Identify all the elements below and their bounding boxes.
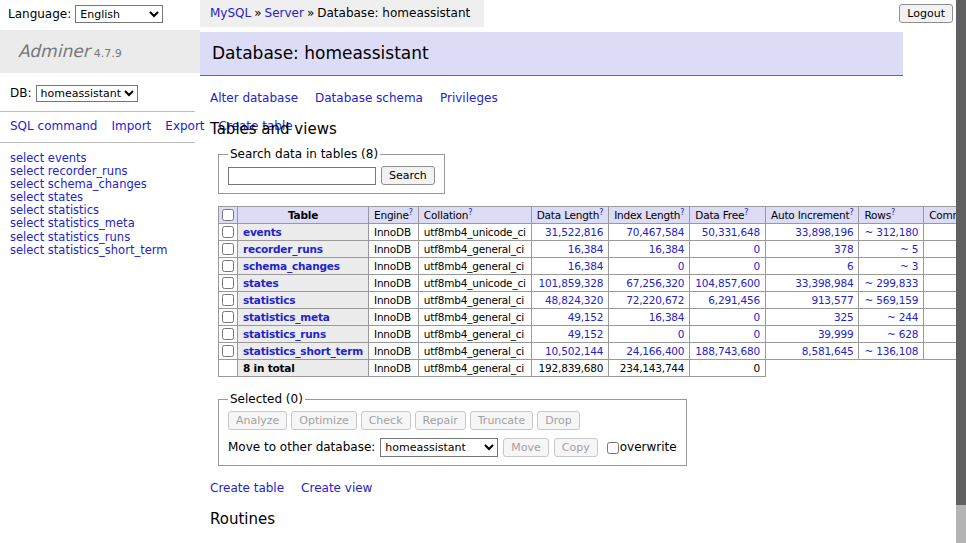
sidebar-table-statistics-runs[interactable]: statistics_runs [48, 230, 130, 244]
help-link-auto-increment[interactable]: ? [849, 208, 853, 217]
sidebar-select-states[interactable]: select [10, 190, 44, 204]
sidebar-link-export[interactable]: Export [165, 119, 204, 133]
link-rows-states[interactable]: ~ 299,833 [864, 277, 918, 289]
breadcrumb-link-mysql[interactable]: MySQL [210, 6, 251, 20]
sidebar-table-statistics-short-term[interactable]: statistics_short_term [48, 243, 168, 257]
sidebar-select-recorder-runs[interactable]: select [10, 164, 44, 178]
link-rows-statistics-meta[interactable]: ~ 244 [887, 311, 918, 323]
link-data-free-statistics-runs[interactable]: 0 [753, 328, 759, 340]
optimize-button[interactable]: Optimize [291, 411, 356, 430]
help-link-rows[interactable]: ? [891, 208, 895, 217]
link-index-length-statistics-runs[interactable]: 0 [678, 328, 684, 340]
sidebar-table-recorder-runs[interactable]: recorder_runs [48, 164, 128, 178]
row-checkbox-statistics[interactable] [222, 294, 234, 306]
link-data-length-statistics-short-term[interactable]: 10,502,144 [545, 345, 603, 357]
link-rows-statistics[interactable]: ~ 569,159 [864, 294, 918, 306]
row-checkbox-statistics-meta[interactable] [222, 311, 234, 323]
truncate-button[interactable]: Truncate [470, 411, 533, 430]
sidebar-select-schema-changes[interactable]: select [10, 177, 44, 191]
link-data-free-recorder-runs[interactable]: 0 [753, 243, 759, 255]
link-data-free-events[interactable]: 50,331,648 [702, 226, 760, 238]
scrollbar-thumb[interactable] [956, 0, 966, 505]
link-rows-recorder-runs[interactable]: ~ 5 [900, 243, 918, 255]
link-rows-statistics-runs[interactable]: ~ 628 [887, 328, 918, 340]
link-index-length-statistics[interactable]: 72,220,672 [626, 294, 684, 306]
table-link-states[interactable]: states [243, 277, 279, 289]
scrollbar-track[interactable] [956, 0, 966, 543]
link-alter-database[interactable]: Alter database [210, 91, 298, 105]
link-database-schema[interactable]: Database schema [315, 91, 423, 105]
link-create-table[interactable]: Create table [210, 481, 284, 495]
table-link-schema-changes[interactable]: schema_changes [243, 260, 340, 272]
link-index-length-recorder-runs[interactable]: 16,384 [649, 243, 685, 255]
link-index-length-schema-changes[interactable]: 0 [678, 260, 684, 272]
link-data-free-statistics[interactable]: 6,291,456 [708, 294, 760, 306]
link-auto-increment-statistics-runs[interactable]: 39,999 [818, 328, 854, 340]
link-privileges[interactable]: Privileges [440, 91, 498, 105]
search-input[interactable] [228, 167, 376, 185]
link-auto-increment-recorder-runs[interactable]: 378 [834, 243, 853, 255]
link-rows-events[interactable]: ~ 312,180 [864, 226, 918, 238]
table-link-statistics[interactable]: statistics [243, 294, 295, 306]
repair-button[interactable]: Repair [415, 411, 466, 430]
table-link-events[interactable]: events [243, 226, 282, 238]
app-title-link[interactable]: Adminer [18, 41, 90, 61]
help-link-engine[interactable]: ? [409, 208, 413, 217]
sidebar-select-statistics[interactable]: select [10, 203, 44, 217]
check-button[interactable]: Check [361, 411, 411, 430]
link-data-free-states[interactable]: 104,857,600 [695, 277, 760, 289]
overwrite-label[interactable]: overwrite [620, 440, 677, 454]
link-data-length-states[interactable]: 101,859,328 [539, 277, 604, 289]
sidebar-table-events[interactable]: events [48, 151, 87, 165]
analyze-button[interactable]: Analyze [228, 411, 287, 430]
search-button[interactable]: Search [381, 166, 435, 185]
link-data-free-statistics-short-term[interactable]: 188,743,680 [695, 345, 760, 357]
sidebar-select-statistics-meta[interactable]: select [10, 216, 44, 230]
link-data-length-events[interactable]: 31,522,816 [545, 226, 603, 238]
link-data-free-statistics-meta[interactable]: 0 [753, 311, 759, 323]
table-link-statistics-short-term[interactable]: statistics_short_term [243, 345, 363, 357]
link-index-length-events[interactable]: 70,467,584 [626, 226, 684, 238]
sidebar-table-statistics-meta[interactable]: statistics_meta [48, 216, 135, 230]
table-link-statistics-meta[interactable]: statistics_meta [243, 311, 330, 323]
row-checkbox-states[interactable] [222, 277, 234, 289]
language-select[interactable]: English [75, 5, 163, 23]
row-checkbox-events[interactable] [222, 226, 234, 238]
sidebar-table-schema-changes[interactable]: schema_changes [48, 177, 147, 191]
link-auto-increment-statistics[interactable]: 913,577 [811, 294, 853, 306]
link-data-free-schema-changes[interactable]: 0 [753, 260, 759, 272]
link-data-length-recorder-runs[interactable]: 16,384 [568, 243, 604, 255]
link-index-length-statistics-meta[interactable]: 16,384 [649, 311, 685, 323]
help-link-index-length[interactable]: ? [680, 208, 684, 217]
overwrite-checkbox[interactable] [607, 442, 619, 454]
move-db-select[interactable]: homeassistant [380, 438, 498, 457]
table-link-recorder-runs[interactable]: recorder_runs [243, 243, 323, 255]
link-rows-statistics-short-term[interactable]: ~ 136,108 [864, 345, 918, 357]
link-index-length-states[interactable]: 67,256,320 [626, 277, 684, 289]
sidebar-link-sql-command[interactable]: SQL command [10, 119, 97, 133]
link-auto-increment-states[interactable]: 33,398,984 [795, 277, 853, 289]
sidebar-link-import[interactable]: Import [111, 119, 151, 133]
row-checkbox-recorder-runs[interactable] [222, 243, 234, 255]
db-select[interactable]: homeassistant [36, 85, 138, 102]
app-version-link[interactable]: 4.7.9 [94, 47, 122, 60]
sidebar-table-statistics[interactable]: statistics [48, 203, 99, 217]
breadcrumb-link-server[interactable]: Server [265, 6, 304, 20]
sidebar-select-events[interactable]: select [10, 151, 44, 165]
help-link-collation[interactable]: ? [468, 208, 472, 217]
help-link-data-length[interactable]: ? [599, 208, 603, 217]
sidebar-table-states[interactable]: states [48, 190, 83, 204]
move-button[interactable]: Move [503, 438, 549, 457]
link-data-length-schema-changes[interactable]: 16,384 [568, 260, 604, 272]
link-data-length-statistics[interactable]: 48,824,320 [545, 294, 603, 306]
row-checkbox-statistics-short-term[interactable] [222, 345, 234, 357]
link-auto-increment-statistics-meta[interactable]: 325 [834, 311, 853, 323]
help-link-data-free[interactable]: ? [744, 208, 748, 217]
link-index-length-statistics-short-term[interactable]: 24,166,400 [626, 345, 684, 357]
select-all-checkbox[interactable] [222, 209, 234, 221]
link-data-length-statistics-runs[interactable]: 49,152 [568, 328, 604, 340]
link-data-length-statistics-meta[interactable]: 49,152 [568, 311, 604, 323]
link-auto-increment-events[interactable]: 33,898,196 [795, 226, 853, 238]
row-checkbox-statistics-runs[interactable] [222, 328, 234, 340]
link-auto-increment-schema-changes[interactable]: 6 [847, 260, 853, 272]
